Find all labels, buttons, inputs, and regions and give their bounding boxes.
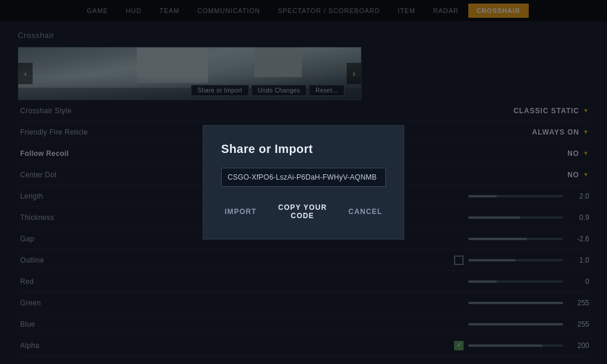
code-input[interactable] (221, 168, 386, 187)
modal-title: Share or Import (221, 142, 386, 156)
copy-code-button[interactable]: COPY YOUR CODE (274, 201, 331, 222)
import-button[interactable]: IMPORT (221, 205, 260, 218)
modal-overlay: Share or Import IMPORT COPY YOUR CODE CA… (0, 0, 607, 364)
cancel-button[interactable]: CANCEL (345, 205, 386, 218)
share-import-modal: Share or Import IMPORT COPY YOUR CODE CA… (203, 125, 404, 240)
modal-buttons: IMPORT COPY YOUR CODE CANCEL (221, 201, 386, 222)
